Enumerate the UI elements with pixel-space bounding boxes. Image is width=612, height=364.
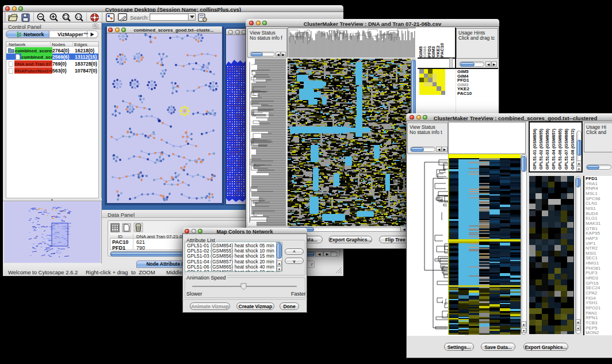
svg-text:1:1: 1:1 (76, 15, 81, 18)
